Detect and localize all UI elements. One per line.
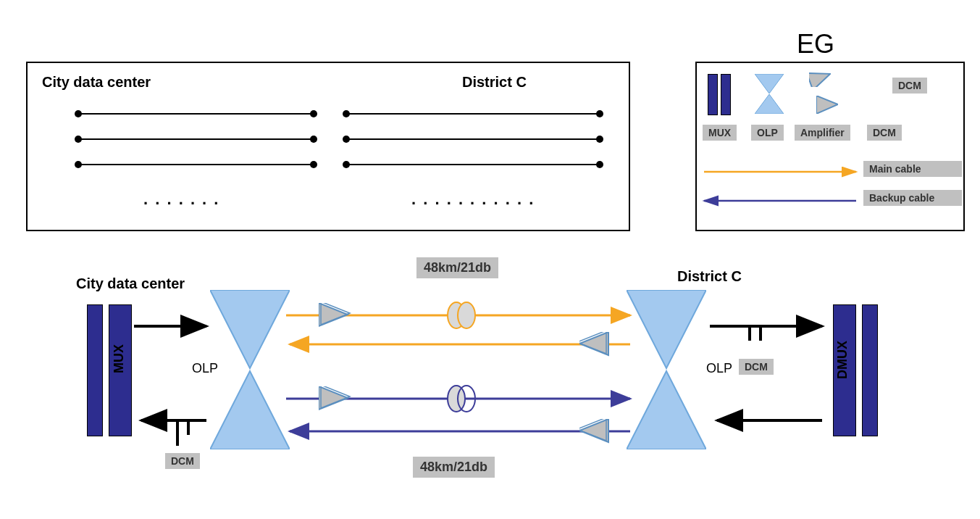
diagram-left-label: City data center	[76, 275, 185, 292]
svg-marker-24	[210, 290, 290, 368]
legend-main-cable-line	[697, 165, 863, 179]
svg-point-8	[310, 161, 317, 168]
dist-top-label: 48km/21db	[416, 257, 498, 278]
legend-olp-label: OLP	[751, 125, 784, 141]
svg-point-15	[596, 136, 603, 143]
legend-amp-icon1	[809, 69, 831, 87]
legend-olp-icon	[755, 74, 784, 114]
svg-marker-21	[816, 96, 838, 114]
svg-point-12	[343, 110, 350, 117]
top-box-left-dots: . . . . . . .	[143, 190, 219, 209]
arrow-olp-to-dmux-top	[706, 312, 833, 341]
dcm-left-label: DCM	[165, 453, 200, 469]
svg-marker-19	[755, 94, 784, 114]
svg-marker-18	[755, 74, 784, 94]
olp-left-label: OLP	[192, 361, 218, 376]
dmux-rect-right-outer	[862, 304, 878, 436]
dmux-label: DMUX	[835, 341, 850, 379]
amp-main-right	[579, 332, 612, 357]
svg-point-16	[343, 161, 350, 168]
svg-point-5	[75, 136, 82, 143]
legend-main-cable-label: Main cable	[863, 161, 962, 177]
legend-dcm-bottom: DCM	[867, 125, 902, 141]
svg-point-6	[310, 136, 317, 143]
svg-point-46	[448, 386, 465, 412]
svg-point-17	[596, 161, 603, 168]
legend-amp-label: Amplifier	[795, 125, 850, 141]
legend-amp-icon2	[816, 96, 838, 114]
amp-backup-left	[319, 386, 351, 412]
diagram-right-label: District C	[677, 268, 742, 285]
svg-marker-20	[809, 69, 831, 87]
svg-point-39	[458, 302, 475, 328]
svg-point-7	[75, 161, 82, 168]
arrow-mux-to-olp-top	[130, 312, 217, 341]
svg-point-14	[343, 136, 350, 143]
top-box-right-dots: . . . . . . . . . . .	[411, 190, 535, 209]
mux-rect-left-outer	[87, 304, 103, 436]
dcm-right-label: DCM	[739, 359, 774, 375]
legend-mux-label: MUX	[703, 125, 737, 141]
legend-title: EG	[797, 29, 834, 59]
top-box-lines	[28, 63, 629, 230]
dist-bottom-label: 48km/21db	[413, 457, 495, 478]
top-schematic-box: City data center District C . . . . . . …	[26, 62, 630, 231]
legend-backup-cable-line	[697, 194, 863, 208]
olp-left-icon	[210, 290, 290, 449]
mux-label: MUX	[112, 344, 127, 373]
legend-backup-cable-label: Backup cable	[863, 190, 962, 206]
legend-box: DCM MUX OLP Amplifier DCM Main cable Bac…	[695, 62, 965, 231]
olp-right-label: OLP	[706, 361, 732, 376]
svg-point-13	[596, 110, 603, 117]
amp-backup-right	[579, 419, 612, 444]
svg-point-4	[310, 110, 317, 117]
amp-main-left	[319, 303, 351, 328]
legend-mux-icon2	[721, 74, 731, 115]
legend-mux-icon	[708, 74, 718, 115]
legend-dcm-top: DCM	[892, 78, 927, 94]
svg-marker-25	[210, 371, 290, 449]
svg-point-3	[75, 110, 82, 117]
arrow-dmux-to-olp-bottom	[706, 406, 833, 435]
